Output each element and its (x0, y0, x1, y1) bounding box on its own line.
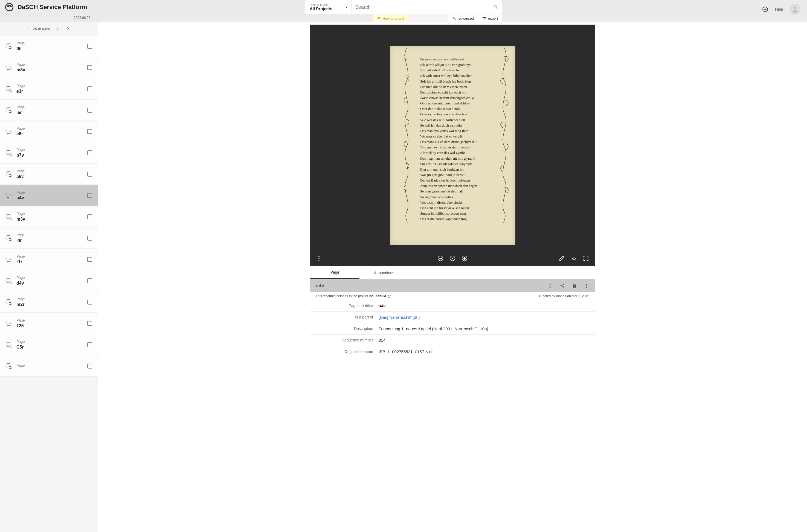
item-checkbox[interactable] (87, 364, 92, 368)
property-label: is a part of (310, 315, 379, 320)
tab-annotations[interactable]: Annotations (360, 266, 409, 279)
svg-point-41 (9, 260, 11, 262)
share-icon[interactable] (560, 283, 565, 288)
expert-search-link[interactable]: expert (478, 14, 502, 22)
page-icon (5, 171, 12, 177)
lock-icon[interactable] (572, 283, 577, 288)
svg-point-59 (318, 258, 319, 259)
zoom-reset-icon[interactable] (449, 255, 456, 262)
svg-point-38 (9, 239, 11, 241)
add-icon[interactable] (762, 6, 768, 13)
item-title: d4v (16, 281, 83, 286)
list-item[interactable]: Page m8v (0, 57, 98, 78)
item-checkbox[interactable] (87, 342, 92, 347)
list-item[interactable]: Page u4v (0, 185, 98, 206)
resource-title: u4v (316, 283, 324, 289)
svg-point-50 (9, 324, 11, 326)
zoom-out-icon[interactable] (437, 255, 444, 262)
list-item[interactable]: Page t8r (0, 36, 98, 57)
svg-line-54 (11, 347, 12, 347)
list-item[interactable]: Page 125 (0, 313, 98, 334)
item-checkbox[interactable] (87, 321, 92, 326)
advanced-search-link[interactable]: advanced (448, 14, 478, 22)
list-item[interactable]: Page p7v (0, 142, 98, 164)
list-item[interactable]: Page a6v (0, 164, 98, 185)
resource-tabs: Page Annotations (310, 266, 595, 279)
item-checkbox[interactable] (87, 236, 92, 241)
item-checkbox[interactable] (87, 214, 92, 219)
property-row: Original filename IBB_1_002755521_0157_v… (310, 346, 595, 357)
edit-icon[interactable] (558, 255, 565, 262)
property-value: Fortsetzung 1. neues Kapitel (Hartl 2001… (379, 326, 595, 331)
download-icon[interactable] (571, 255, 577, 262)
list-item[interactable]: Page (0, 355, 98, 377)
item-checkbox[interactable] (87, 108, 92, 113)
list-item[interactable]: Page c8r (0, 121, 98, 142)
svg-line-57 (11, 368, 12, 369)
item-type: Page (16, 276, 83, 280)
resource-more-icon[interactable] (584, 283, 589, 288)
page-icon (5, 320, 12, 327)
pager-next-icon[interactable] (66, 26, 71, 31)
property-row: Description Fortsetzung 1. neues Kapitel… (310, 323, 595, 334)
svg-line-42 (11, 262, 12, 262)
item-checkbox[interactable] (87, 44, 92, 49)
item-checkbox[interactable] (87, 65, 92, 70)
item-title: i4r (16, 238, 83, 243)
list-item[interactable]: Page r1r (0, 249, 98, 270)
item-checkbox[interactable] (87, 257, 92, 262)
ornament-right (496, 49, 513, 223)
list-item[interactable]: Page i5r (0, 99, 98, 121)
tab-page[interactable]: Page (310, 266, 360, 279)
manuscript-text: Dann es syn sol eyn hoflicheytIch schrib… (420, 57, 491, 222)
page-icon (5, 86, 12, 92)
item-title: 125 (16, 323, 83, 328)
item-checkbox[interactable] (87, 300, 92, 305)
svg-point-35 (9, 217, 11, 219)
project-filter[interactable]: Filter by project All Projects (305, 0, 351, 14)
fullscreen-icon[interactable] (583, 255, 589, 262)
pager-prev-icon[interactable] (55, 26, 60, 31)
svg-line-48 (11, 304, 12, 305)
item-checkbox[interactable] (87, 278, 92, 283)
avatar[interactable] (789, 4, 801, 15)
svg-line-51 (11, 326, 12, 326)
zoom-in-icon[interactable] (461, 255, 468, 262)
property-row: Page identifier u4v (310, 300, 595, 311)
svg-line-39 (11, 240, 12, 241)
viewer-more-icon[interactable] (316, 255, 322, 262)
svg-line-4 (455, 19, 456, 19)
svg-line-27 (11, 155, 12, 155)
search-icon[interactable] (493, 4, 498, 10)
property-value[interactable]: [Das] Narrenschiff (dt.) (379, 315, 595, 320)
item-checkbox[interactable] (87, 87, 92, 91)
list-item[interactable]: Page d4v (0, 270, 98, 291)
svg-line-12 (11, 49, 12, 49)
belongs-project-link[interactable]: incunabula (369, 294, 386, 298)
item-checkbox[interactable] (87, 129, 92, 134)
user-icon (791, 5, 799, 13)
list-item[interactable]: Page i4r (0, 227, 98, 249)
properties: Page identifier u4v is a part of [Das] N… (310, 300, 595, 357)
svg-point-75 (586, 285, 587, 286)
help-link[interactable]: Help (775, 7, 783, 12)
property-value: IBB_1_002755521_0157_v.tif (379, 349, 595, 354)
item-checkbox[interactable] (87, 172, 92, 177)
list-item[interactable]: Page m3v (0, 206, 98, 227)
how-to-search-link[interactable]: How to search (372, 14, 410, 22)
list-item[interactable]: Page m2r (0, 291, 98, 313)
search-input[interactable] (355, 4, 493, 10)
svg-point-44 (9, 281, 11, 283)
search-input-wrap (351, 0, 502, 14)
expand-icon[interactable] (548, 283, 553, 288)
svg-point-17 (9, 89, 11, 91)
item-title: m8v (16, 68, 83, 73)
item-checkbox[interactable] (87, 150, 92, 155)
list-item[interactable]: Page C5r (0, 334, 98, 355)
results-sidebar: 1 – 25 of 4024 Page t8r Page m8v Page e3… (0, 22, 98, 532)
filter-label: Filter by project (310, 3, 347, 6)
image-viewer[interactable]: Dann es syn sol eyn hoflicheytIch schrib… (310, 25, 595, 266)
list-item[interactable]: Page e3r (0, 78, 98, 99)
item-checkbox[interactable] (87, 193, 92, 198)
item-title: m2r (16, 302, 83, 307)
